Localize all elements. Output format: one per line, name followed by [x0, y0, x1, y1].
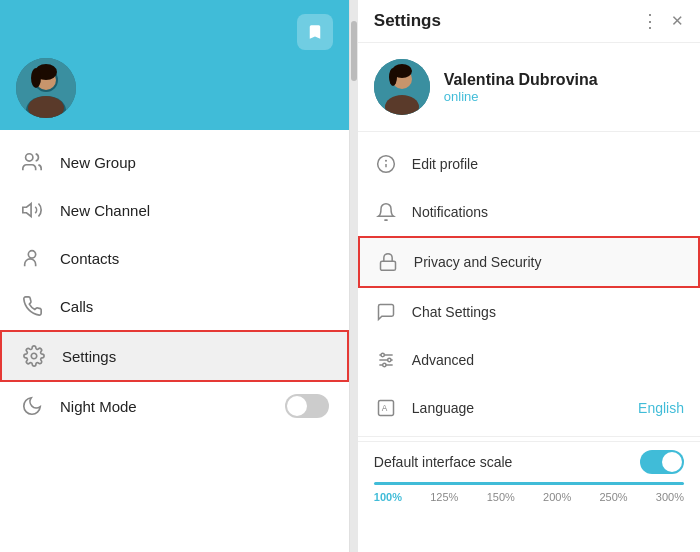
- bell-icon: [374, 200, 398, 224]
- chat-icon: [374, 300, 398, 324]
- scale-tick-100[interactable]: 100%: [374, 491, 402, 503]
- settings-item-language[interactable]: A Language English: [358, 384, 700, 432]
- avatar-right: [374, 59, 430, 115]
- info-icon: [374, 152, 398, 176]
- settings-item-edit-profile[interactable]: Edit profile: [358, 140, 700, 188]
- divider: [358, 436, 700, 437]
- scale-tick-300[interactable]: 300%: [656, 491, 684, 503]
- profile-section[interactable]: Valentina Dubrovina online: [358, 43, 700, 132]
- night-mode-label: Night Mode: [60, 398, 269, 415]
- settings-list: Edit profile Notifications Privacy and S…: [358, 132, 700, 552]
- settings-item-chat[interactable]: Chat Settings: [358, 288, 700, 336]
- right-header: Settings ⋮ ✕: [358, 0, 700, 43]
- language-value: English: [638, 400, 684, 416]
- new-group-label: New Group: [60, 154, 329, 171]
- left-panel: New Group New Channel Contacts: [0, 0, 350, 552]
- scale-row: Default interface scale: [374, 450, 684, 474]
- avatar-left[interactable]: [16, 58, 76, 118]
- menu-item-new-group[interactable]: New Group: [0, 138, 349, 186]
- scale-ticks: 100% 125% 150% 200% 250% 300%: [374, 491, 684, 503]
- left-header: [0, 0, 349, 130]
- scale-tick-125[interactable]: 125%: [430, 491, 458, 503]
- left-menu: New Group New Channel Contacts: [0, 130, 349, 552]
- svg-point-14: [389, 68, 397, 86]
- svg-text:A: A: [382, 403, 388, 413]
- language-label: Language: [412, 400, 624, 416]
- new-channel-label: New Channel: [60, 202, 329, 219]
- svg-point-22: [381, 353, 384, 356]
- gear-icon: [22, 344, 46, 368]
- night-mode-toggle[interactable]: [285, 394, 329, 418]
- profile-status: online: [444, 89, 598, 104]
- scale-bar: [374, 482, 684, 485]
- settings-label: Settings: [62, 348, 327, 365]
- svg-point-6: [31, 68, 41, 88]
- svg-point-8: [28, 251, 35, 258]
- svg-point-7: [26, 154, 33, 161]
- bookmark-icon[interactable]: [297, 14, 333, 50]
- people-icon: [20, 150, 44, 174]
- profile-info: Valentina Dubrovina online: [444, 71, 598, 104]
- edit-profile-label: Edit profile: [412, 156, 684, 172]
- menu-item-calls[interactable]: Calls: [0, 282, 349, 330]
- letter-icon: A: [374, 396, 398, 420]
- sliders-icon: [374, 348, 398, 372]
- svg-rect-18: [380, 261, 395, 270]
- scale-tick-250[interactable]: 250%: [599, 491, 627, 503]
- settings-item-privacy[interactable]: Privacy and Security: [358, 236, 700, 288]
- contacts-label: Contacts: [60, 250, 329, 267]
- left-scrollbar[interactable]: [350, 0, 358, 552]
- scale-label: Default interface scale: [374, 454, 513, 470]
- svg-point-23: [387, 358, 390, 361]
- advanced-label: Advanced: [412, 352, 684, 368]
- header-icons: ⋮ ✕: [641, 10, 684, 32]
- calls-label: Calls: [60, 298, 329, 315]
- menu-item-contacts[interactable]: Contacts: [0, 234, 349, 282]
- scale-section: Default interface scale 100% 125% 150% 2…: [358, 441, 700, 515]
- notifications-label: Notifications: [412, 204, 684, 220]
- scale-tick-200[interactable]: 200%: [543, 491, 571, 503]
- profile-name: Valentina Dubrovina: [444, 71, 598, 89]
- scroll-thumb: [351, 21, 357, 81]
- settings-item-advanced[interactable]: Advanced: [358, 336, 700, 384]
- menu-item-new-channel[interactable]: New Channel: [0, 186, 349, 234]
- scale-tick-150[interactable]: 150%: [487, 491, 515, 503]
- phone-icon: [20, 294, 44, 318]
- lock-icon: [376, 250, 400, 274]
- scale-toggle[interactable]: [640, 450, 684, 474]
- megaphone-icon: [20, 198, 44, 222]
- settings-title: Settings: [374, 11, 441, 31]
- privacy-label: Privacy and Security: [414, 254, 682, 270]
- moon-icon: [20, 394, 44, 418]
- menu-item-settings[interactable]: Settings: [0, 330, 349, 382]
- svg-point-9: [31, 353, 37, 359]
- menu-item-night-mode[interactable]: Night Mode: [0, 382, 349, 430]
- close-icon[interactable]: ✕: [671, 12, 684, 30]
- settings-item-notifications[interactable]: Notifications: [358, 188, 700, 236]
- more-options-icon[interactable]: ⋮: [641, 10, 659, 32]
- person-icon: [20, 246, 44, 270]
- chat-settings-label: Chat Settings: [412, 304, 684, 320]
- svg-point-24: [382, 363, 385, 366]
- right-panel: Settings ⋮ ✕ Valentina Dubrovina online: [358, 0, 700, 552]
- toggle-knob: [662, 452, 682, 472]
